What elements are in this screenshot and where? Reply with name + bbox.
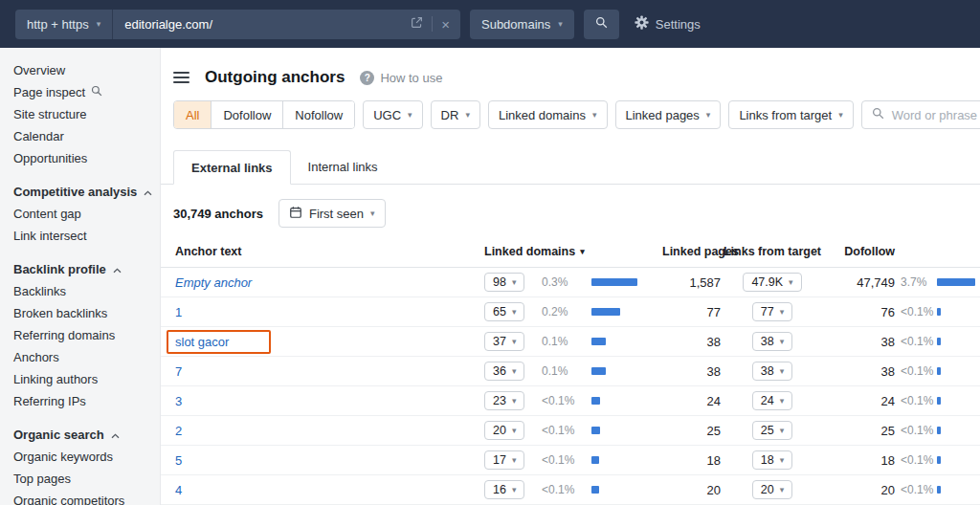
filter-dr-dropdown[interactable]: DR▾ xyxy=(431,100,480,129)
linked-domains-percent: 0.2% xyxy=(532,305,586,318)
col-anchor-text[interactable]: Anchor text xyxy=(161,245,477,258)
sidebar-section-organic-search[interactable]: Organic search xyxy=(13,424,160,446)
sidebar-item-organic-competitors[interactable]: Organic competitors xyxy=(13,490,160,505)
caret-down-icon: ▾ xyxy=(512,307,517,317)
anchor-link[interactable]: slot gacor xyxy=(175,335,229,349)
tab-internal-links[interactable]: Internal links xyxy=(291,150,395,184)
filter-linked-domains-dropdown[interactable]: Linked domains▾ xyxy=(488,100,608,129)
links-from-target-dropdown[interactable]: 77▾ xyxy=(752,302,792,321)
how-to-use-link[interactable]: ? How to use xyxy=(360,71,442,85)
sidebar-item-calendar[interactable]: Calendar xyxy=(13,125,160,147)
anchor-link[interactable]: 5 xyxy=(175,453,182,468)
col-linked-pages[interactable]: Linked pages xyxy=(662,245,721,258)
anchor-text-cell: 3 xyxy=(161,394,477,408)
filter-linked-pages-dropdown[interactable]: Linked pages▾ xyxy=(615,100,722,129)
search-icon xyxy=(872,107,884,122)
caret-down-icon: ▾ xyxy=(780,426,785,435)
dofollow-percent: <0.1% xyxy=(895,483,937,496)
settings-button[interactable]: Settings xyxy=(635,15,701,33)
menu-icon[interactable] xyxy=(173,69,189,86)
links-from-target-cell: 18▾ xyxy=(721,450,824,470)
sidebar-item-anchors[interactable]: Anchors xyxy=(13,346,160,368)
anchor-link[interactable]: 7 xyxy=(175,364,182,379)
dofollow-bar xyxy=(937,486,941,494)
filter-ugc-dropdown[interactable]: UGC▾ xyxy=(363,100,422,129)
linked-domains-cell: 16▾ xyxy=(477,480,532,499)
sidebar-item-content-gap[interactable]: Content gap xyxy=(13,203,160,225)
links-from-target-dropdown[interactable]: 20▾ xyxy=(752,480,792,499)
links-from-target-dropdown[interactable]: 38▾ xyxy=(752,332,792,351)
linked-domains-dropdown[interactable]: 37▾ xyxy=(484,332,524,351)
dofollow-bar-cell xyxy=(937,367,980,375)
caret-down-icon: ▾ xyxy=(512,337,517,346)
sidebar-label: Site structure xyxy=(13,107,87,121)
caret-down-icon: ▾ xyxy=(592,110,597,120)
links-from-target-dropdown[interactable]: 24▾ xyxy=(752,391,792,410)
segment-all[interactable]: All xyxy=(174,101,211,128)
linked-domains-dropdown[interactable]: 36▾ xyxy=(484,362,524,381)
links-from-target-cell: 47.9K▾ xyxy=(721,273,824,292)
linked-domains-dropdown[interactable]: 65▾ xyxy=(484,302,524,321)
links-from-target-dropdown[interactable]: 25▾ xyxy=(752,421,792,440)
linked-domains-bar xyxy=(591,427,600,434)
sidebar-item-referring-domains[interactable]: Referring domains xyxy=(13,324,160,346)
linked-domains-dropdown[interactable]: 17▾ xyxy=(484,450,524,470)
url-input[interactable]: editorialge.com/ xyxy=(113,17,400,32)
sidebar-label: Calendar xyxy=(13,129,64,143)
linked-domains-dropdown[interactable]: 23▾ xyxy=(484,391,524,410)
sidebar-item-top-pages[interactable]: Top pages xyxy=(13,468,160,490)
dofollow-percent: <0.1% xyxy=(895,394,937,407)
col-linked-domains[interactable]: Linked domains ▾ xyxy=(477,245,662,258)
linked-pages-value: 38 xyxy=(662,364,721,379)
links-from-target-dropdown[interactable]: 47.9K▾ xyxy=(743,273,801,292)
table-row: 736▾0.1%3838▾38<0.1% xyxy=(161,357,980,386)
links-from-target-dropdown[interactable]: 38▾ xyxy=(752,362,792,381)
dofollow-bar-cell xyxy=(937,397,980,405)
protocol-dropdown[interactable]: http + https ▾ xyxy=(15,10,113,39)
keyword-search-input[interactable]: Word or phrase xyxy=(861,100,980,129)
linked-domains-percent: <0.1% xyxy=(532,453,586,467)
search-button[interactable] xyxy=(584,10,619,39)
sidebar-item-organic-keywords[interactable]: Organic keywords xyxy=(13,446,160,468)
dofollow-value: 47,749 xyxy=(824,275,895,290)
linked-domains-percent: 0.1% xyxy=(532,364,586,378)
search-icon xyxy=(595,16,608,32)
linked-domains-dropdown[interactable]: 16▾ xyxy=(484,480,524,499)
anchors-count: 30,749 anchors xyxy=(173,207,263,221)
anchor-link[interactable]: 3 xyxy=(175,394,182,408)
sidebar-item-referring-ips[interactable]: Referring IPs xyxy=(13,390,160,412)
sidebar-item-page-inspect[interactable]: Page inspect xyxy=(13,81,160,103)
anchor-link[interactable]: 2 xyxy=(175,424,182,438)
linked-domains-dropdown[interactable]: 20▾ xyxy=(484,421,524,440)
subdomains-dropdown[interactable]: Subdomains ▾ xyxy=(470,10,574,39)
tab-external-links[interactable]: External links xyxy=(173,150,291,185)
sidebar-section-competitive-analysis[interactable]: Competitive analysis xyxy=(13,181,160,203)
sidebar-section-backlink-profile[interactable]: Backlink profile xyxy=(13,258,160,280)
dofollow-bar-cell xyxy=(937,456,980,464)
first-seen-dropdown[interactable]: First seen ▾ xyxy=(278,199,386,228)
sidebar-item-linking-authors[interactable]: Linking authors xyxy=(13,368,160,390)
sidebar-item-backlinks[interactable]: Backlinks xyxy=(13,280,160,302)
segment-nofollow[interactable]: Nofollow xyxy=(282,101,354,128)
sidebar-item-broken-backlinks[interactable]: Broken backlinks xyxy=(13,302,160,324)
filter-links-from-target-dropdown[interactable]: Links from target▾ xyxy=(728,100,853,129)
sidebar-item-overview[interactable]: Overview xyxy=(13,59,160,81)
open-external-icon[interactable] xyxy=(411,15,423,33)
linked-domains-dropdown[interactable]: 98▾ xyxy=(484,273,524,292)
links-from-target-cell: 25▾ xyxy=(721,421,824,440)
links-from-target-dropdown[interactable]: 18▾ xyxy=(752,450,792,470)
sidebar-item-site-structure[interactable]: Site structure xyxy=(13,103,160,125)
anchor-link[interactable]: 4 xyxy=(175,483,182,497)
question-icon: ? xyxy=(360,71,374,85)
anchor-link[interactable]: 1 xyxy=(175,305,182,319)
col-links-from-target[interactable]: Links from target xyxy=(721,245,824,258)
linked-pages-value: 24 xyxy=(662,394,721,408)
dofollow-bar xyxy=(937,397,941,405)
sidebar-item-link-intersect[interactable]: Link intersect xyxy=(13,225,160,247)
segment-dofollow[interactable]: Dofollow xyxy=(211,101,282,128)
linked-domains-percent: <0.1% xyxy=(532,424,586,437)
col-dofollow[interactable]: Dofollow xyxy=(824,245,895,258)
sidebar-item-opportunities[interactable]: Opportunities xyxy=(13,147,160,169)
anchor-link[interactable]: Empty anchor xyxy=(175,275,252,290)
clear-url-icon[interactable]: × xyxy=(441,17,450,32)
